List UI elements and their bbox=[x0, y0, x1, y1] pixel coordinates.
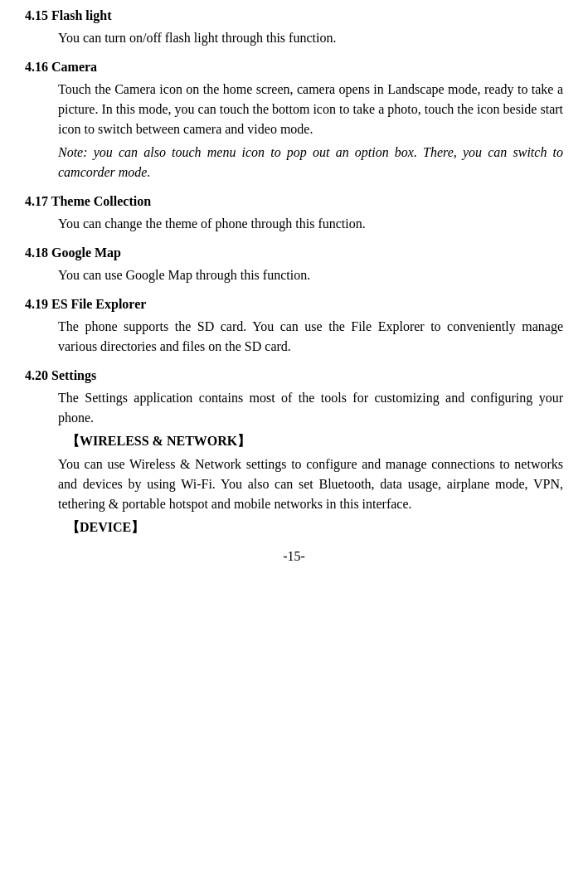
paragraph-s418-0: You can use Google Map through this func… bbox=[58, 265, 563, 285]
paragraph-s420-1: 【WIRELESS & NETWORK】 bbox=[66, 431, 563, 451]
paragraph-s416-1: Note: you can also touch menu icon to po… bbox=[58, 143, 563, 182]
paragraph-s415-0: You can turn on/off flash light through … bbox=[58, 28, 563, 48]
paragraph-s420-3: 【DEVICE】 bbox=[66, 518, 563, 537]
section-heading-s420: 4.20 Settings bbox=[25, 368, 563, 383]
section-heading-s415: 4.15 Flash light bbox=[25, 8, 563, 23]
paragraph-s417-0: You can change the theme of phone throug… bbox=[58, 214, 563, 234]
page-number: -15- bbox=[283, 549, 305, 563]
section-heading-s418: 4.18 Google Map bbox=[25, 245, 563, 260]
section-s418: 4.18 Google MapYou can use Google Map th… bbox=[25, 245, 563, 285]
section-s415: 4.15 Flash lightYou can turn on/off flas… bbox=[25, 8, 563, 48]
section-heading-s417: 4.17 Theme Collection bbox=[25, 194, 563, 209]
section-s416: 4.16 CameraTouch the Camera icon on the … bbox=[25, 60, 563, 182]
section-heading-s419: 4.19 ES File Explorer bbox=[25, 297, 563, 312]
section-s419: 4.19 ES File ExplorerThe phone supports … bbox=[25, 297, 563, 357]
paragraph-s416-0: Touch the Camera icon on the home screen… bbox=[58, 80, 563, 139]
paragraph-s420-0: The Settings application contains most o… bbox=[58, 388, 563, 428]
section-heading-s416: 4.16 Camera bbox=[25, 60, 563, 75]
section-s417: 4.17 Theme CollectionYou can change the … bbox=[25, 194, 563, 234]
section-s420: 4.20 SettingsThe Settings application co… bbox=[25, 368, 563, 537]
paragraph-s419-0: The phone supports the SD card. You can … bbox=[58, 317, 563, 357]
paragraph-s420-2: You can use Wireless & Network settings … bbox=[58, 454, 563, 514]
